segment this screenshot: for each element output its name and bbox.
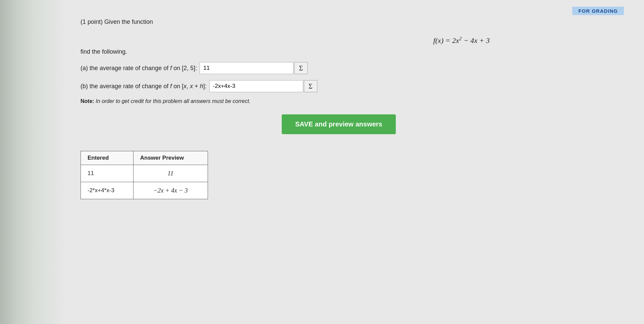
main-content: FOR GRADING (1 point) Given the function… [67,0,644,324]
entered-cell-2: -2*x+4*x-3 [81,182,133,199]
col-header-preview: Answer Preview [133,151,208,165]
part-b-input[interactable] [209,80,303,92]
table-row: -2*x+4*x-3 −2x + 4x − 3 [81,182,208,199]
answer-table: Entered Answer Preview 11 11 -2*x+4*x-3 … [80,151,208,199]
preview-cell-1: 11 [133,165,208,182]
left-shadow [0,0,67,324]
part-a-input[interactable] [200,62,293,74]
col-header-entered: Entered [81,151,133,165]
page-wrapper: FOR GRADING (1 point) Given the function… [0,0,644,324]
preview-cell-2: −2x + 4x − 3 [133,182,208,199]
save-preview-button[interactable]: SAVE and preview answers [282,114,396,134]
problem-header: (1 point) Given the function [80,18,624,25]
entered-cell-1: 11 [81,165,133,182]
table-header-row: Entered Answer Preview [81,151,208,165]
table-row: 11 11 [81,165,208,182]
part-b-label: (b) the average rate of change of f on [… [80,83,207,90]
note-body: In order to get credit for this problem … [96,98,251,104]
question-row-b: (b) the average rate of change of f on [… [80,80,624,92]
part-a-label: (a) the average rate of change of f on [… [80,65,197,72]
function-display: f(x) = 2x2 − 4x + 3 [80,36,490,45]
grading-label: FOR GRADING [572,7,624,15]
find-following: find the following. [80,48,624,55]
top-bar: FOR GRADING [80,7,624,15]
save-row: SAVE and preview answers [80,114,624,144]
part-b-sigma-button[interactable]: Σ [304,80,317,92]
question-row-a: (a) the average rate of change of f on [… [80,62,624,74]
note-text: Note: In order to get credit for this pr… [80,98,624,104]
part-a-sigma-button[interactable]: Σ [294,62,308,74]
note-label: Note: [80,98,94,104]
